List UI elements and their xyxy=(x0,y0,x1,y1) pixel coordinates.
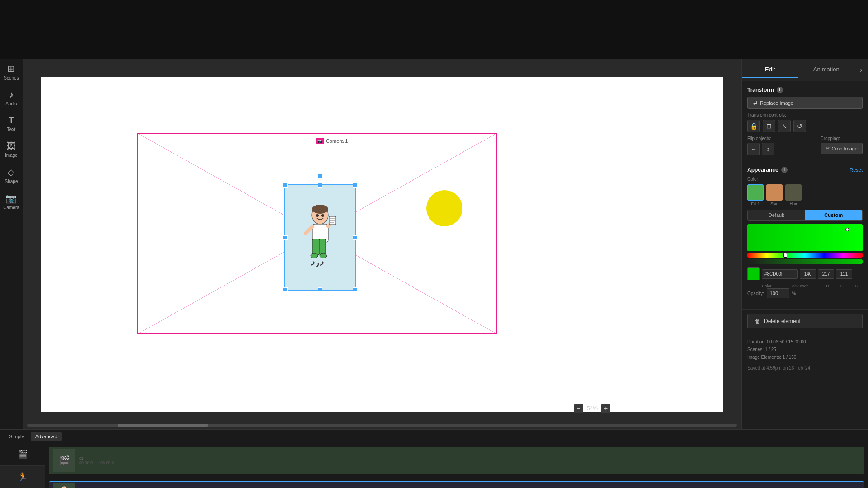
tab-edit[interactable]: Edit xyxy=(742,61,798,78)
hue-bar[interactable] xyxy=(747,253,863,258)
crop-image-button[interactable]: ✂ Crop Image xyxy=(821,143,863,154)
scroll-thumb[interactable] xyxy=(118,424,208,427)
bottom-area: Simple Advanced 🎬 🏃 🎬 c1 00:00.0 → 00:00… xyxy=(0,429,868,488)
cropping-label: Cropping: xyxy=(821,136,863,141)
clip-start-1: 00:00.0 xyxy=(79,460,93,465)
swatch-hair[interactable]: Hair xyxy=(785,184,802,206)
zoom-controls: − 54% + xyxy=(574,404,610,413)
transform-control-icons: 🔒 ⊡ ⤡ ↺ xyxy=(747,120,863,132)
replace-image-button[interactable]: ⇄ Replace Image xyxy=(747,97,863,109)
camera-label-container: 📷 Camera 1 xyxy=(316,138,348,144)
scenes-text: Scenes: 1 / 25 xyxy=(747,346,863,353)
b-input[interactable] xyxy=(836,269,852,279)
clip-thumbnail-2 xyxy=(53,483,75,488)
clip-id-1: c1 xyxy=(79,456,114,460)
flip-section: Flip objects: ↔ ↕ xyxy=(747,136,774,155)
lock-icon[interactable]: 🔒 xyxy=(747,120,760,132)
swatch-hair-color xyxy=(785,184,802,201)
transform-info-icon[interactable]: i xyxy=(777,87,783,93)
clip-info-1: c1 00:00.0 → 00:00.0 xyxy=(75,454,118,467)
flip-label: Flip objects: xyxy=(747,136,774,141)
handle-bottom-right[interactable] xyxy=(353,287,357,292)
sidebar-item-image[interactable]: 🖼 Image xyxy=(5,141,18,158)
zoom-out-button[interactable]: − xyxy=(574,404,583,413)
flip-horizontal-icon[interactable]: ↔ xyxy=(747,143,760,155)
tab-simple[interactable]: Simple xyxy=(5,432,29,441)
zoom-level: 54% xyxy=(587,405,598,412)
timeline-item-clip[interactable]: 🏃 xyxy=(0,466,45,488)
delete-element-label: Delete element xyxy=(764,318,801,324)
delete-icon: 🗑 xyxy=(755,318,760,324)
default-custom-buttons: Default Custom xyxy=(747,210,863,221)
sidebar-item-shape[interactable]: ◇ Shape xyxy=(5,167,18,184)
swatch-fill1-label: Fill 1 xyxy=(751,202,760,206)
timeline-content: 🎬 🏃 🎬 c1 00:00.0 → 00:00.0 xyxy=(0,443,868,488)
opacity-input[interactable] xyxy=(767,288,789,298)
hue-handle[interactable] xyxy=(783,253,787,258)
sidebar-item-camera[interactable]: 📷 Camera xyxy=(3,193,19,210)
tab-advanced[interactable]: Advanced xyxy=(31,432,62,441)
transform-title: Transform xyxy=(747,87,774,93)
canvas-viewport[interactable]: 📷 Camera 1 xyxy=(23,59,741,421)
sidebar-item-audio[interactable]: ♪ Audio xyxy=(5,89,17,106)
sidebar-label-shape: Shape xyxy=(5,179,18,184)
swatch-fill1[interactable]: Fill 1 xyxy=(747,184,764,206)
crop-section: Cropping: ✂ Crop Image xyxy=(821,136,863,154)
reset-transform-icon[interactable]: ↺ xyxy=(793,120,806,132)
g-label: G xyxy=(835,284,848,288)
scroll-track[interactable] xyxy=(27,424,737,427)
sidebar-item-text[interactable]: T Text xyxy=(7,115,15,132)
handle-bottom-left[interactable] xyxy=(283,287,288,292)
color-gradient-box[interactable] xyxy=(747,224,863,251)
g-input[interactable] xyxy=(818,269,834,279)
transform-section: Transform i ⇄ Replace Image Transform co… xyxy=(742,81,868,161)
swatch-skin-label: Skin xyxy=(770,202,778,206)
timeline-sidebar: 🎬 🏃 xyxy=(0,443,45,488)
handle-top-center[interactable] xyxy=(318,183,322,188)
appearance-section: Appearance i Reset Color: Fill 1 Skin Ha… xyxy=(742,161,868,310)
camera-label-text: Camera 1 xyxy=(326,138,348,144)
handle-top-right[interactable] xyxy=(353,183,357,188)
clip-end-1: 00:00.0 xyxy=(100,460,114,465)
gradient-handle[interactable] xyxy=(845,228,849,231)
rotate-handle[interactable] xyxy=(318,174,322,178)
canvas-area: 📷 Camera 1 xyxy=(23,59,741,429)
flip-vertical-icon[interactable]: ↕ xyxy=(762,143,774,155)
flip-h-icon[interactable]: ⊡ xyxy=(763,120,775,132)
clip-times-1: 00:00.0 → 00:00.0 xyxy=(79,460,114,465)
custom-button[interactable]: Custom xyxy=(805,210,863,220)
crop-icon: ✂ xyxy=(826,145,830,151)
appearance-info-icon[interactable]: i xyxy=(781,167,788,173)
yellow-circle[interactable] xyxy=(426,190,462,226)
clip-arrow-1: → xyxy=(94,460,99,465)
percent-sign: % xyxy=(792,291,796,296)
sidebar-label-image: Image xyxy=(5,153,18,158)
default-button[interactable]: Default xyxy=(748,210,805,220)
appearance-title: Appearance xyxy=(747,167,778,173)
tab-animation[interactable]: Animation xyxy=(798,61,855,78)
timeline-item-scene[interactable]: 🎬 xyxy=(0,443,45,466)
handle-top-left[interactable] xyxy=(283,183,288,188)
swatch-skin[interactable]: Skin xyxy=(766,184,783,206)
right-panel: Edit Animation › Transform i ⇄ Replace I… xyxy=(741,59,868,429)
swatch-fill1-color xyxy=(747,184,764,201)
timeline-clip-1[interactable]: 🎬 c1 00:00.0 → 00:00.0 xyxy=(49,447,864,474)
right-panel-header: Edit Animation › xyxy=(742,59,868,81)
zoom-in-button[interactable]: + xyxy=(601,404,610,413)
timeline-clip-2[interactable]: c1b 00:00.0 → 00:06.5 00:06.5 xyxy=(49,481,864,488)
alpha-bar[interactable] xyxy=(747,259,863,264)
handle-mid-right[interactable] xyxy=(353,235,357,240)
image-icon: 🖼 xyxy=(7,141,16,151)
swatch-skin-color xyxy=(766,184,783,201)
hex-input[interactable] xyxy=(762,269,798,279)
timeline-main: 🎬 c1 00:00.0 → 00:00.0 xyxy=(45,443,868,488)
handle-bottom-center[interactable] xyxy=(318,287,322,292)
r-input[interactable] xyxy=(800,269,816,279)
camera-label-icon: 📷 xyxy=(316,138,324,144)
panel-expand-arrow[interactable]: › xyxy=(854,59,868,81)
scale-icon[interactable]: ⤡ xyxy=(778,120,791,132)
reset-button[interactable]: Reset xyxy=(849,167,863,173)
handle-mid-left[interactable] xyxy=(283,235,288,240)
delete-element-button[interactable]: 🗑 Delete element xyxy=(747,314,863,328)
sidebar-item-scenes[interactable]: ⊞ Scenes xyxy=(4,63,19,80)
